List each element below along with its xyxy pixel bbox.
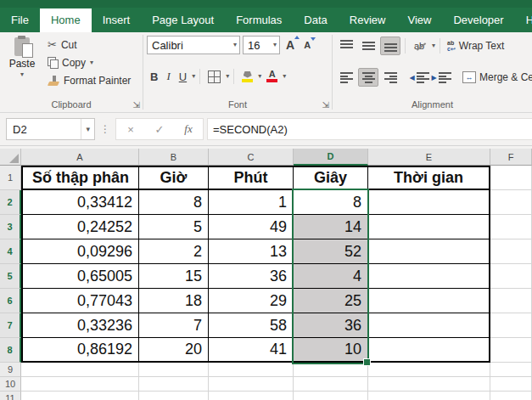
column-header-C[interactable]: C (209, 149, 294, 166)
format-painter-button[interactable]: Format Painter (46, 71, 132, 89)
row-header-9[interactable]: 9 (0, 363, 21, 377)
cell-E3[interactable] (368, 215, 490, 239)
cell-B9[interactable] (139, 363, 209, 377)
cell-E1[interactable]: Thời gian (368, 166, 490, 190)
cell-B1[interactable]: Giờ (139, 166, 209, 190)
cell-E5[interactable] (368, 264, 490, 289)
ribbon-tab-insert[interactable]: Insert (92, 8, 142, 32)
cell-C6[interactable]: 29 (209, 289, 294, 313)
cell-A10[interactable] (21, 377, 139, 392)
cell-E8[interactable] (368, 338, 490, 363)
cell-B8[interactable]: 20 (139, 338, 209, 363)
row-header-7[interactable]: 7 (0, 313, 21, 338)
middle-align-button[interactable] (358, 37, 378, 55)
row-header-11[interactable]: 11 (0, 392, 21, 400)
select-all-corner[interactable] (0, 149, 21, 166)
cell-A3[interactable]: 0,24252 (21, 215, 139, 239)
column-header-D[interactable]: D (294, 149, 368, 166)
font-size-combo[interactable]: 16 ▾ (243, 36, 280, 54)
cell-A9[interactable] (21, 363, 139, 377)
cell-F2[interactable] (490, 190, 532, 215)
font-dialog-launcher-icon[interactable]: ⇲ (322, 101, 329, 110)
cell-F6[interactable] (490, 289, 532, 313)
insert-function-button[interactable]: fx (174, 122, 203, 136)
cell-B6[interactable]: 18 (139, 289, 209, 313)
column-header-E[interactable]: E (368, 149, 490, 166)
cell-A4[interactable]: 0,09296 (21, 239, 139, 264)
ribbon-tab-data[interactable]: Data (293, 8, 338, 32)
cell-C5[interactable]: 36 (209, 264, 294, 289)
chevron-down-icon[interactable]: ▾ (192, 73, 195, 80)
cell-F4[interactable] (490, 239, 532, 264)
cell-F10[interactable] (490, 377, 532, 392)
cell-E9[interactable] (368, 363, 490, 377)
cell-E7[interactable] (368, 313, 490, 338)
formula-input[interactable]: =SECOND(A2) (207, 118, 532, 140)
row-header-5[interactable]: 5 (0, 264, 21, 289)
decrease-font-size-button[interactable]: A (300, 40, 314, 50)
cell-C10[interactable] (209, 377, 294, 392)
cell-B2[interactable]: 8 (139, 190, 209, 215)
cell-F3[interactable] (490, 215, 532, 239)
cell-C8[interactable]: 41 (209, 338, 294, 363)
align-left-button[interactable] (336, 68, 356, 87)
wrap-text-button[interactable]: abc↩ Wrap Text (445, 40, 507, 52)
orientation-button[interactable]: ab (410, 37, 430, 55)
cell-C11[interactable] (209, 392, 294, 400)
ribbon-tab-view[interactable]: View (396, 8, 442, 32)
confirm-entry-button[interactable]: ✓ (145, 123, 174, 136)
increase-indent-button[interactable]: ▶ (431, 68, 451, 87)
ribbon-tab-help[interactable]: Help (515, 8, 532, 32)
cell-F9[interactable] (490, 363, 532, 377)
cell-F1[interactable] (490, 166, 532, 190)
cell-F8[interactable] (490, 338, 532, 363)
cell-B11[interactable] (139, 392, 209, 400)
row-header-2[interactable]: 2 (0, 190, 21, 215)
borders-button[interactable] (204, 70, 224, 83)
row-header-8[interactable]: 8 (0, 338, 21, 363)
underline-button[interactable]: U (176, 70, 190, 83)
chevron-down-icon[interactable]: ▾ (81, 119, 94, 139)
cell-D9[interactable] (294, 363, 368, 377)
drag-handle-icon[interactable]: ⋮ (95, 123, 115, 135)
copy-button[interactable]: Copy ▾ (46, 54, 132, 71)
cell-A7[interactable]: 0,33236 (21, 313, 139, 338)
cell-D11[interactable] (294, 392, 368, 400)
cancel-entry-button[interactable]: × (116, 123, 145, 136)
cell-D1[interactable]: Giây (294, 166, 368, 190)
merge-center-button[interactable]: ↔ Merge & Center (460, 71, 532, 83)
cell-E11[interactable] (368, 392, 490, 400)
cell-B3[interactable]: 5 (139, 215, 209, 239)
italic-button[interactable]: I (163, 70, 173, 83)
cell-F7[interactable] (490, 313, 532, 338)
font-color-button[interactable]: A (263, 70, 281, 82)
font-name-combo[interactable]: Calibri ▾ (147, 36, 240, 54)
cell-D6[interactable]: 25 (294, 289, 368, 313)
cell-C9[interactable] (209, 363, 294, 377)
cell-B7[interactable]: 7 (139, 313, 209, 338)
cell-B4[interactable]: 2 (139, 239, 209, 264)
row-header-1[interactable]: 1 (0, 166, 21, 190)
cell-D4[interactable]: 52 (294, 239, 368, 264)
cut-button[interactable]: ✂ Cut (46, 36, 132, 54)
bold-button[interactable]: B (147, 70, 161, 83)
cell-D8[interactable]: 10 (294, 338, 368, 363)
column-header-F[interactable]: F (490, 149, 532, 166)
decrease-indent-button[interactable]: ◀ (409, 68, 429, 87)
increase-font-size-button[interactable]: A (283, 38, 298, 52)
column-header-A[interactable]: A (21, 149, 139, 166)
cell-D2[interactable]: 8 (294, 190, 368, 215)
ribbon-tab-home[interactable]: Home (40, 8, 92, 32)
name-box[interactable]: D2 ▾ (6, 118, 95, 140)
row-header-6[interactable]: 6 (0, 289, 21, 313)
cell-E6[interactable] (368, 289, 490, 313)
paste-button[interactable]: Paste ▾ (3, 36, 41, 89)
align-right-button[interactable] (380, 68, 400, 87)
row-header-3[interactable]: 3 (0, 215, 21, 239)
cell-E2[interactable] (368, 190, 490, 215)
cell-A6[interactable]: 0,77043 (21, 289, 139, 313)
cell-F11[interactable] (490, 392, 532, 400)
cell-A11[interactable] (21, 392, 139, 400)
cell-C2[interactable]: 1 (209, 190, 294, 215)
cell-A5[interactable]: 0,65005 (21, 264, 139, 289)
